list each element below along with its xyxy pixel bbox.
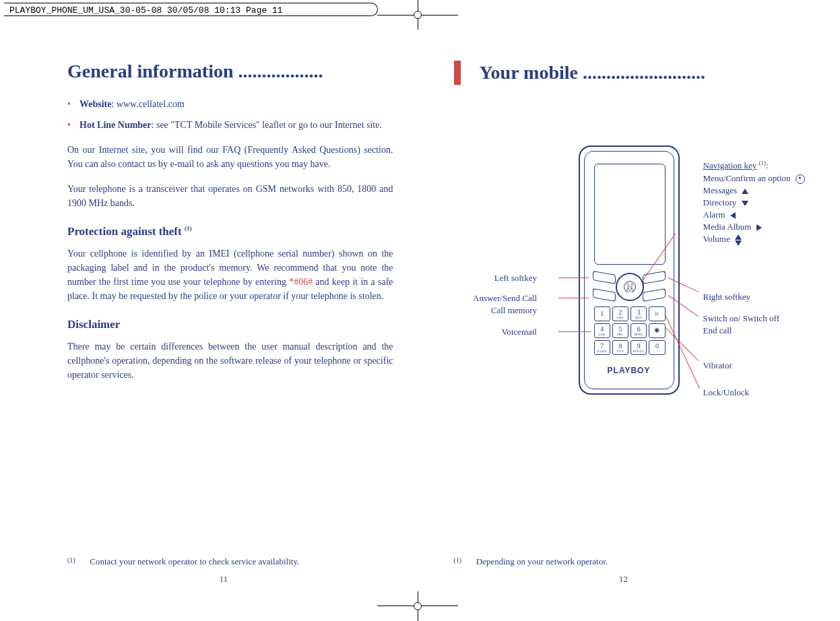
keypad-key: 6MNO (631, 323, 647, 338)
list-item: Hot Line Number: see "TCT Mobile Service… (67, 118, 393, 132)
phone-body: 🐰 12ABC3DEF⌗4GHI5JKL6MNO✱7PQRS8TUV9WXYZ0… (579, 145, 680, 395)
keypad-key: ⌗ (649, 306, 665, 321)
volume-icon (735, 234, 742, 247)
confirm-icon (796, 174, 805, 184)
keypad-key: 1 (594, 306, 610, 321)
paragraph: On our Internet site, you will find our … (67, 143, 393, 171)
keypad-key: 3DEF (631, 306, 647, 321)
label-voicemail: Voicemail (502, 326, 537, 338)
keypad-key: 0+ (649, 340, 665, 355)
page-left: General information .................. W… (20, 40, 427, 594)
chapter-title: Your mobile .......................... (480, 62, 706, 84)
page-title: General information .................. (67, 61, 393, 82)
chapter-header: Your mobile .......................... (454, 61, 780, 85)
section-heading-theft: Protection against theft (1) (67, 225, 393, 238)
keypad-key: 4GHI (594, 323, 610, 338)
page-number: 11 (20, 574, 427, 585)
label-lock: Lock/Unlock (703, 387, 750, 399)
page-right: Your mobile .......................... 🐰… (427, 40, 820, 594)
arrow-down-icon (742, 201, 748, 206)
paragraph: Your telephone is a transceiver that ope… (67, 182, 393, 210)
list-label: Website (79, 99, 111, 109)
footnote: (1) Contact your network operator to che… (67, 556, 393, 567)
navigation-key: 🐰 (616, 273, 644, 301)
list-text: : www.cellatel.com (111, 99, 184, 109)
list-text: : see "TCT Mobile Services" leaflet or g… (152, 120, 382, 130)
label-vibrator: Vibrator (703, 360, 732, 372)
page-number: 12 (427, 574, 820, 585)
label-answer: Answer/Send Call Call memory (473, 292, 537, 317)
list-item: Website: www.cellatel.com (67, 97, 393, 111)
label-switch: Switch on/ Switch off End call (703, 313, 780, 337)
label-right-softkey: Right softkey (703, 291, 750, 303)
keypad-key: ✱ (649, 323, 665, 338)
paragraph: There may be certain differences between… (67, 339, 393, 382)
section-heading-disclaimer: Disclaimer (67, 318, 393, 331)
left-softkey-button (593, 271, 616, 284)
chapter-bar-icon (454, 61, 461, 85)
keypad-key: 7PQRS (594, 340, 610, 355)
phone-screen (594, 164, 666, 265)
leader-line (558, 298, 589, 298)
arrow-up-icon (742, 189, 748, 194)
answer-button (593, 288, 616, 302)
keypad-key: 2ABC (612, 306, 628, 321)
imei-code: *#06# (289, 277, 313, 287)
keypad-key: 5JKL (612, 323, 628, 338)
list-label: Hot Line Number (79, 120, 152, 130)
label-navkey: Navigation key (1): Menu/Confirm an opti… (703, 159, 805, 247)
info-list: Website: www.cellatel.com Hot Line Numbe… (67, 97, 393, 132)
bunny-icon: 🐰 (624, 281, 636, 293)
label-left-softkey: Left softkey (494, 272, 537, 284)
leader-line (558, 277, 589, 278)
arrow-left-icon (730, 212, 736, 219)
page-spread: General information .................. W… (20, 40, 820, 594)
end-button (643, 288, 666, 302)
footnote: (1) Depending on your network operator. (454, 556, 780, 567)
right-softkey-button (643, 271, 666, 284)
keypad: 12ABC3DEF⌗4GHI5JKL6MNO✱7PQRS8TUV9WXYZ0+ (594, 306, 666, 355)
keypad-key: 8TUV (612, 340, 628, 355)
keypad-key: 9WXYZ (631, 340, 647, 355)
phone-diagram: 🐰 12ABC3DEF⌗4GHI5JKL6MNO✱7PQRS8TUV9WXYZ0… (454, 145, 780, 428)
header-strip: PLAYBOY_PHONE_UM_USA_30-05-08 30/05/08 1… (5, 4, 287, 17)
leader-line (558, 331, 591, 332)
brand-label: PLAYBOY (585, 366, 674, 375)
arrow-right-icon (756, 224, 762, 231)
paragraph: Your cellphone is identified by an IMEI … (67, 247, 393, 303)
